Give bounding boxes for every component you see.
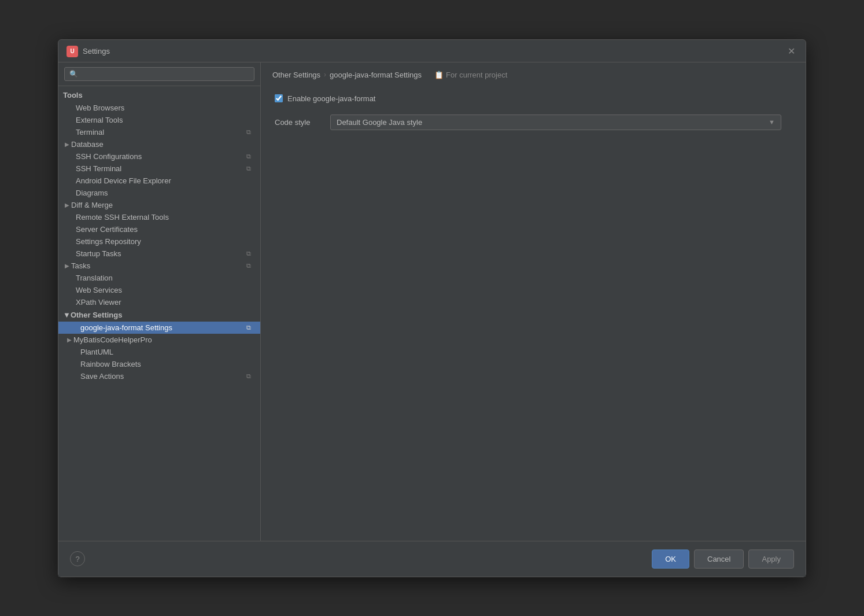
copy-icon-startup-tasks: ⧉: [246, 250, 256, 257]
label-android-device: Android Device File Explorer: [76, 176, 256, 185]
sidebar-item-tasks[interactable]: ▶ Tasks ⧉: [58, 260, 260, 272]
sidebar-item-server-certificates[interactable]: Server Certificates: [58, 223, 260, 235]
code-style-dropdown[interactable]: Default Google Java style ▼: [330, 115, 781, 130]
sidebar-item-mybatis[interactable]: ▶ MyBatisCodeHelperPro: [58, 334, 260, 346]
enable-checkbox-label[interactable]: Enable google-java-format: [287, 94, 375, 103]
sidebar-item-web-services[interactable]: Web Services: [58, 284, 260, 296]
label-remote-ssh: Remote SSH External Tools: [76, 213, 256, 222]
other-settings-arrow: ▼: [63, 311, 71, 319]
sidebar-item-terminal[interactable]: Terminal ⧉: [58, 126, 260, 138]
help-button[interactable]: ?: [70, 551, 85, 566]
breadcrumb-root[interactable]: Other Settings: [272, 71, 320, 79]
search-box: [58, 62, 260, 86]
enable-checkbox[interactable]: [275, 94, 283, 102]
sidebar-item-diagrams[interactable]: Diagrams: [58, 187, 260, 199]
copy-icon-google-java-format: ⧉: [246, 324, 256, 331]
sidebar-item-database[interactable]: ▶ Database: [58, 138, 260, 150]
project-link[interactable]: 📋 For current project: [434, 71, 507, 79]
copy-icon-ssh-configs: ⧉: [246, 153, 256, 160]
sidebar-item-ssh-configurations[interactable]: SSH Configurations ⧉: [58, 150, 260, 163]
dropdown-value: Default Google Java style: [337, 118, 422, 127]
label-diff-merge: Diff & Merge: [71, 201, 256, 209]
label-diagrams: Diagrams: [76, 189, 256, 197]
breadcrumb-current: google-java-format Settings: [330, 71, 422, 79]
sidebar-item-plantuml[interactable]: PlantUML: [58, 346, 260, 358]
breadcrumb: Other Settings › google-java-format Sett…: [261, 62, 806, 85]
close-button[interactable]: ✕: [785, 46, 797, 57]
sidebar-tree: Tools Web Browsers External Tools Termin…: [58, 86, 260, 541]
arrow-tasks: ▶: [63, 263, 71, 269]
label-plantuml: PlantUML: [80, 348, 256, 356]
tools-label: Tools: [63, 91, 83, 99]
apply-button[interactable]: Apply: [748, 549, 794, 569]
sidebar-item-external-tools[interactable]: External Tools: [58, 114, 260, 126]
search-input[interactable]: [64, 67, 254, 81]
sidebar-item-ssh-terminal[interactable]: SSH Terminal ⧉: [58, 163, 260, 175]
label-xpath-viewer: XPath Viewer: [76, 298, 256, 307]
label-server-certificates: Server Certificates: [76, 225, 256, 234]
other-settings-section-header[interactable]: ▼ Other Settings: [58, 308, 260, 322]
project-icon: 📋: [434, 71, 444, 79]
copy-icon-terminal: ⧉: [246, 128, 256, 136]
label-rainbow-brackets: Rainbow Brackets: [80, 360, 256, 368]
app-icon: U: [67, 46, 78, 57]
sidebar-item-web-browsers[interactable]: Web Browsers: [58, 102, 260, 114]
label-ssh-configurations: SSH Configurations: [76, 152, 246, 161]
sidebar-item-rainbow-brackets[interactable]: Rainbow Brackets: [58, 358, 260, 370]
sidebar-item-diff-merge[interactable]: ▶ Diff & Merge: [58, 199, 260, 211]
label-mybatis: MyBatisCodeHelperPro: [73, 335, 256, 344]
code-style-row: Code style Default Google Java style ▼: [275, 115, 792, 130]
label-terminal: Terminal: [76, 128, 246, 137]
label-external-tools: External Tools: [76, 116, 256, 124]
sidebar-item-remote-ssh[interactable]: Remote SSH External Tools: [58, 211, 260, 223]
cancel-button[interactable]: Cancel: [694, 549, 744, 569]
arrow-database: ▶: [63, 141, 71, 147]
dialog-title: Settings: [83, 47, 110, 56]
label-translation: Translation: [76, 274, 256, 282]
button-group: OK Cancel Apply: [652, 549, 794, 569]
sidebar: Tools Web Browsers External Tools Termin…: [58, 62, 261, 541]
label-startup-tasks: Startup Tasks: [76, 249, 246, 258]
sidebar-item-translation[interactable]: Translation: [58, 272, 260, 284]
enable-checkbox-row: Enable google-java-format: [275, 94, 792, 103]
tools-section-header[interactable]: Tools: [58, 88, 260, 102]
copy-icon-save-actions: ⧉: [246, 372, 256, 380]
label-web-services: Web Services: [76, 286, 256, 294]
sidebar-item-save-actions[interactable]: Save Actions ⧉: [58, 370, 260, 382]
other-settings-label: Other Settings: [71, 311, 123, 319]
sidebar-item-settings-repository[interactable]: Settings Repository: [58, 235, 260, 248]
code-style-label: Code style: [275, 118, 321, 127]
ok-button[interactable]: OK: [652, 549, 689, 569]
main-panel: Other Settings › google-java-format Sett…: [261, 62, 806, 541]
project-link-label: For current project: [446, 71, 507, 79]
sidebar-item-xpath-viewer[interactable]: XPath Viewer: [58, 296, 260, 308]
label-settings-repository: Settings Repository: [76, 237, 256, 246]
copy-icon-tasks: ⧉: [246, 262, 256, 270]
dropdown-arrow-icon: ▼: [769, 119, 775, 126]
settings-dialog: U Settings ✕ Tools Web Browsers: [58, 39, 806, 577]
copy-icon-ssh-terminal: ⧉: [246, 165, 256, 172]
label-google-java-format: google-java-format Settings: [80, 323, 246, 332]
label-save-actions: Save Actions: [80, 372, 246, 381]
bottom-bar: ? OK Cancel Apply: [58, 541, 806, 577]
title-bar-left: U Settings: [67, 46, 110, 57]
sidebar-item-android-device[interactable]: Android Device File Explorer: [58, 175, 260, 187]
label-tasks: Tasks: [71, 261, 246, 270]
settings-content: Enable google-java-format Code style Def…: [261, 85, 806, 541]
arrow-mybatis: ▶: [65, 337, 73, 343]
content-area: Tools Web Browsers External Tools Termin…: [58, 62, 806, 541]
label-database: Database: [71, 140, 256, 149]
label-ssh-terminal: SSH Terminal: [76, 164, 246, 173]
label-web-browsers: Web Browsers: [76, 104, 256, 112]
title-bar: U Settings ✕: [58, 40, 806, 62]
arrow-diff-merge: ▶: [63, 202, 71, 208]
sidebar-item-startup-tasks[interactable]: Startup Tasks ⧉: [58, 248, 260, 260]
breadcrumb-separator: ›: [324, 71, 326, 79]
sidebar-item-google-java-format[interactable]: google-java-format Settings ⧉: [58, 322, 260, 334]
